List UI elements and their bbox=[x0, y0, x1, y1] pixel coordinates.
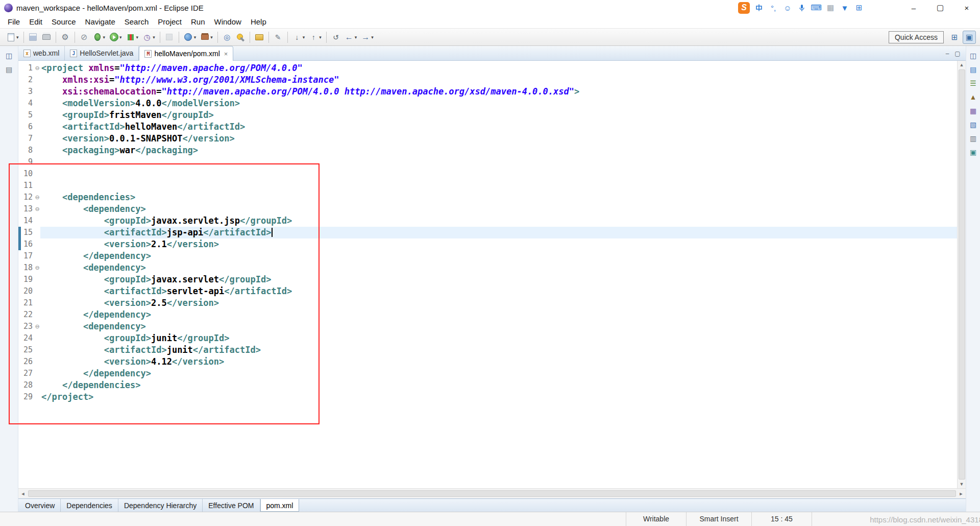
maximize-editor-icon[interactable]: ▢ bbox=[953, 50, 962, 57]
line-number[interactable]: 13 bbox=[21, 203, 34, 215]
line-number[interactable]: 17 bbox=[21, 250, 34, 262]
build-all-button[interactable] bbox=[59, 31, 72, 44]
maximize-button[interactable]: ▢ bbox=[927, 0, 953, 15]
code-text[interactable]: </dependency> bbox=[40, 368, 957, 379]
scroll-down-icon[interactable]: ▼ bbox=[960, 480, 964, 488]
markers-icon[interactable]: ▧ bbox=[967, 118, 979, 131]
ime-voice-icon[interactable] bbox=[796, 2, 807, 14]
dropdown-arrow-icon[interactable]: ▾ bbox=[355, 35, 357, 40]
close-button[interactable]: × bbox=[953, 0, 980, 15]
menu-item-edit[interactable]: Edit bbox=[24, 15, 47, 28]
code-text[interactable]: </dependency> bbox=[40, 250, 957, 262]
ime-punctuation-icon[interactable]: °, bbox=[768, 2, 779, 14]
code-line-26[interactable]: 26 <version>4.12</version> bbox=[18, 356, 957, 368]
line-number[interactable]: 6 bbox=[21, 121, 34, 133]
code-line-11[interactable]: 11 bbox=[18, 180, 957, 192]
profile-button[interactable]: ▾ bbox=[140, 31, 157, 44]
menu-item-file[interactable]: File bbox=[3, 15, 24, 28]
code-editor[interactable]: 1⊖<project xmlns="http://maven.apache.or… bbox=[18, 61, 966, 488]
line-number[interactable]: 2 bbox=[21, 74, 34, 86]
code-line-20[interactable]: 20 <artifactId>servlet-api</artifactId> bbox=[18, 285, 957, 297]
line-number[interactable]: 25 bbox=[21, 344, 34, 356]
code-line-24[interactable]: 24 <groupId>junit</groupId> bbox=[18, 332, 957, 344]
code-text[interactable]: <version>2.5</version> bbox=[40, 297, 957, 309]
minimize-editor-icon[interactable]: – bbox=[943, 50, 951, 57]
dropdown-arrow-icon[interactable]: ▾ bbox=[210, 35, 213, 40]
code-area[interactable]: 1⊖<project xmlns="http://maven.apache.or… bbox=[18, 61, 957, 488]
dropdown-arrow-icon[interactable]: ▾ bbox=[119, 35, 122, 40]
maven-repositories-icon[interactable]: ▦ bbox=[967, 105, 979, 117]
code-text[interactable]: <artifactId>junit</artifactId> bbox=[40, 344, 957, 356]
code-text[interactable] bbox=[40, 180, 957, 192]
code-line-18[interactable]: 18⊖ <dependency> bbox=[18, 262, 957, 274]
code-text[interactable]: <dependency> bbox=[40, 321, 957, 332]
code-text[interactable]: <artifactId>helloMaven</artifactId> bbox=[40, 121, 957, 133]
open-perspective-button[interactable]: ⊞ bbox=[948, 31, 961, 44]
code-line-1[interactable]: 1⊖<project xmlns="http://maven.apache.or… bbox=[18, 62, 957, 74]
ant-icon[interactable]: ▲ bbox=[967, 91, 979, 103]
line-number[interactable]: 22 bbox=[21, 309, 34, 321]
code-text[interactable]: </dependencies> bbox=[40, 379, 957, 391]
open-task-button[interactable] bbox=[253, 31, 266, 44]
menu-item-search[interactable]: Search bbox=[120, 15, 154, 28]
line-number[interactable]: 10 bbox=[21, 168, 34, 180]
code-line-17[interactable]: 17 </dependency> bbox=[18, 250, 957, 262]
skip-breakpoints-button[interactable] bbox=[78, 31, 91, 44]
code-line-14[interactable]: 14 <groupId>javax.servlet.jsp</groupId> bbox=[18, 215, 957, 227]
line-number[interactable]: 9 bbox=[21, 156, 34, 168]
menu-item-source[interactable]: Source bbox=[47, 15, 81, 28]
code-text[interactable]: <version>0.0.1-SNAPSHOT</version> bbox=[40, 133, 957, 145]
fold-toggle-icon[interactable]: ⊖ bbox=[34, 203, 40, 215]
code-text[interactable]: <groupId>junit</groupId> bbox=[40, 332, 957, 344]
dropdown-arrow-icon[interactable]: ▾ bbox=[371, 35, 374, 40]
line-number[interactable]: 29 bbox=[21, 391, 34, 403]
code-line-4[interactable]: 4 <modelVersion>4.0.0</modelVersion> bbox=[18, 98, 957, 109]
print-button[interactable] bbox=[40, 31, 53, 44]
code-text[interactable]: <dependency> bbox=[40, 203, 957, 215]
debug-button[interactable]: ▾ bbox=[91, 31, 108, 44]
task-list-icon[interactable]: ▤ bbox=[967, 63, 979, 76]
line-number[interactable]: 19 bbox=[21, 274, 34, 285]
ime-apps-icon[interactable]: ⊞ bbox=[853, 2, 865, 14]
fold-toggle-icon[interactable]: ⊖ bbox=[34, 192, 40, 203]
line-number[interactable]: 14 bbox=[21, 215, 34, 227]
code-line-8[interactable]: 8 <packaging>war</packaging> bbox=[18, 145, 957, 156]
restore-panel-icon[interactable]: ◫ bbox=[967, 50, 979, 62]
code-line-23[interactable]: 23⊖ <dependency> bbox=[18, 321, 957, 332]
quick-access-button[interactable]: Quick Access bbox=[889, 31, 944, 43]
code-text[interactable]: <artifactId>servlet-api</artifactId> bbox=[40, 285, 957, 297]
line-number[interactable]: 7 bbox=[21, 133, 34, 145]
servers-icon[interactable]: ▣ bbox=[967, 146, 979, 158]
javaee-perspective-button[interactable]: ▣ bbox=[963, 31, 976, 44]
mark-occurrences-button[interactable] bbox=[272, 31, 285, 44]
page-tab-pom-xml[interactable]: pom.xml bbox=[260, 499, 300, 512]
code-line-29[interactable]: 29</project> bbox=[18, 391, 957, 403]
ime-toolbox-icon[interactable]: ▦ bbox=[825, 2, 836, 14]
code-text[interactable]: <dependencies> bbox=[40, 192, 957, 203]
dropdown-arrow-icon[interactable]: ▾ bbox=[16, 35, 19, 40]
code-text[interactable]: <artifactId>jsp-api</artifactId> bbox=[40, 227, 957, 238]
dropdown-arrow-icon[interactable]: ▾ bbox=[153, 35, 155, 40]
code-line-6[interactable]: 6 <artifactId>helloMaven</artifactId> bbox=[18, 121, 957, 133]
editor-tab-hellomaven-pom-xml[interactable]: MhelloMaven/pom.xml× bbox=[139, 46, 233, 61]
menu-item-project[interactable]: Project bbox=[153, 15, 186, 28]
page-tab-dependencies[interactable]: Dependencies bbox=[61, 499, 118, 512]
code-line-2[interactable]: 2 xmlns:xsi="http://www.w3.org/2001/XMLS… bbox=[18, 74, 957, 86]
code-text[interactable]: <groupId>fristMaven</groupId> bbox=[40, 109, 957, 121]
menu-item-help[interactable]: Help bbox=[246, 15, 271, 28]
code-text[interactable]: <packaging>war</packaging> bbox=[40, 145, 957, 156]
last-edit-location-button[interactable] bbox=[329, 31, 342, 44]
line-number[interactable]: 12 bbox=[21, 192, 34, 203]
page-tab-dependency-hierarchy[interactable]: Dependency Hierarchy bbox=[118, 499, 203, 512]
code-text[interactable] bbox=[40, 156, 957, 168]
code-line-7[interactable]: 7 <version>0.0.1-SNAPSHOT</version> bbox=[18, 133, 957, 145]
line-number[interactable]: 21 bbox=[21, 297, 34, 309]
sogou-ime-icon[interactable]: S bbox=[738, 2, 750, 14]
dropdown-arrow-icon[interactable]: ▾ bbox=[319, 35, 322, 40]
code-line-21[interactable]: 21 <version>2.5</version> bbox=[18, 297, 957, 309]
code-line-12[interactable]: 12⊖ <dependencies> bbox=[18, 192, 957, 203]
code-text[interactable]: <groupId>javax.servlet</groupId> bbox=[40, 274, 957, 285]
line-number[interactable]: 27 bbox=[21, 368, 34, 379]
code-line-25[interactable]: 25 <artifactId>junit</artifactId> bbox=[18, 344, 957, 356]
line-number[interactable]: 1 bbox=[21, 62, 34, 74]
